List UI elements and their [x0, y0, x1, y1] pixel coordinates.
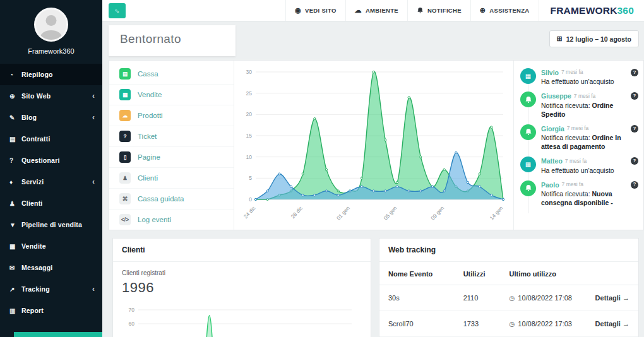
topbar-item-assistenza[interactable]: ⊕ ASSISTENZA	[470, 0, 539, 21]
sidebar-item-messaggi[interactable]: ✉ Messaggi	[0, 257, 102, 278]
event-name: 30s	[379, 285, 455, 311]
feed-item: ▦ Giorgia 7 mesi fa ? Notifica ricevuta:…	[514, 122, 640, 155]
svg-text:0: 0	[249, 196, 252, 203]
sidebar-item-sito-web[interactable]: ⊕ Sito Web ‹	[0, 85, 102, 107]
avatar[interactable]	[34, 8, 68, 42]
bell-icon	[417, 7, 424, 14]
date-range-label: 12 luglio – 10 agosto	[566, 35, 631, 43]
globe-icon: ⊕	[9, 93, 21, 100]
svg-text:70: 70	[129, 307, 135, 313]
sidebar-item-servizi[interactable]: ♦ Servizi ‹	[0, 171, 102, 192]
sidebar-item-clienti[interactable]: ♟ Clienti	[0, 192, 102, 214]
help-icon[interactable]: ?	[631, 125, 638, 133]
table-row: Scroll70 1733 ◷10/08/2022 17:03 Dettagli…	[379, 311, 638, 337]
svg-text:5: 5	[249, 175, 252, 181]
sidebar-item-questionari[interactable]: ? Questionari	[0, 150, 102, 171]
ticket-icon: ?	[119, 131, 131, 142]
feed-message: Notifica ricevuta: Ordine Spedito	[541, 101, 638, 119]
sidebar-item-blog[interactable]: ✎ Blog ‹	[0, 107, 102, 128]
svg-text:15: 15	[246, 133, 253, 139]
quicklink-label: Cassa guidata	[138, 195, 184, 203]
sidebar-item-riepilogo[interactable]: ◔ Riepilogo	[0, 64, 102, 85]
col-ultimo-utilizzo: Ultimo utilizzo	[501, 262, 587, 285]
chevron-icon: ‹	[92, 285, 95, 293]
clock-icon: ◷	[510, 321, 515, 328]
feed-item-body: Giorgia 7 mesi fa ? Notifica ricevuta: O…	[541, 124, 638, 151]
quicklink-label: Vendite	[138, 91, 162, 98]
feed-time: 7 mesi fa	[561, 69, 583, 76]
quicklink-label: Clienti	[138, 174, 158, 182]
calculator-icon: ▦	[9, 243, 21, 250]
quicklink-log-eventi[interactable]: </> Log eventi	[109, 210, 234, 230]
sidebar-item-label: Contratti	[21, 135, 95, 143]
help-icon[interactable]: ?	[631, 181, 638, 189]
feed-user[interactable]: Giorgia	[541, 124, 564, 133]
bell-icon	[525, 184, 532, 192]
col-utilizzi: Utilizzi	[455, 262, 501, 285]
event-uses: 1733	[455, 311, 501, 337]
topbar-item-vedi-sito[interactable]: ◉ VEDI SITO	[285, 0, 345, 21]
sidebar-item-label: Riepilogo	[21, 71, 95, 78]
sidebar-item-vendite[interactable]: ▦ Vendite	[0, 235, 102, 257]
feed-user[interactable]: Paolo	[541, 180, 559, 189]
sidebar-item-pipeline-di-vendita[interactable]: ▼ Pipeline di vendita	[0, 214, 102, 235]
feed-user[interactable]: Giuseppe	[541, 92, 571, 100]
feed-item: ▦ Paolo 7 mesi fa ? Notifica ricevuta: N…	[514, 178, 640, 211]
chevron-icon: ‹	[92, 92, 95, 100]
topbar: ⇔ ◉ VEDI SITO ☁ AMBIENTE NOTIFICHE ⊕ ASS…	[102, 0, 644, 21]
avatar-head	[46, 15, 57, 26]
topbar-item-label: NOTIFICHE	[427, 7, 462, 14]
quicklink-vendite[interactable]: ▦ Vendite	[109, 85, 234, 105]
quicklink-clienti[interactable]: ♟ Clienti	[109, 168, 234, 189]
feed-user[interactable]: Matteo	[541, 157, 563, 165]
feed-user[interactable]: Silvio	[541, 68, 559, 77]
question-icon: ?	[9, 157, 21, 164]
person-icon: ♟	[119, 172, 131, 184]
clock-icon: ◷	[510, 295, 515, 302]
quicklink-prodotti[interactable]: ☁ Prodotti	[109, 105, 234, 126]
feed-message: Notifica ricevuta: Nuova consegna dispon…	[541, 189, 638, 207]
quicklink-label: Cassa	[138, 70, 158, 78]
feed-item: ▦ Matteo 7 mesi fa ? Ha effettuato un'ac…	[514, 154, 640, 177]
eye-icon: ◉	[295, 6, 301, 15]
topbar-item-ambiente[interactable]: ☁ AMBIENTE	[345, 0, 407, 21]
help-icon[interactable]: ?	[631, 92, 638, 100]
feed-activity-icon: ▦	[520, 92, 536, 107]
welcome-box: Bentornato	[109, 25, 236, 56]
help-icon[interactable]: ?	[631, 157, 638, 165]
feed-item: ▦ Silvio 7 mesi fa ? Ha effettuato un'ac…	[514, 66, 640, 89]
quicklink-pagine[interactable]: ▯ Pagine	[109, 147, 234, 168]
brand-logo: FRAMEWORK360	[539, 0, 644, 21]
clienti-card: Clienti Clienti registrati 1996 7060	[112, 238, 371, 337]
page-header: Bentornato ⊞ 12 luglio – 10 agosto	[102, 21, 644, 56]
bell-icon	[525, 128, 532, 136]
sidebar-item-report[interactable]: ▥ Report	[0, 300, 102, 321]
svg-text:10: 10	[246, 154, 253, 160]
dettagli-link[interactable]: Dettagli →	[587, 311, 638, 337]
date-range-button[interactable]: ⊞ 12 luglio – 10 agosto	[549, 30, 640, 47]
expand-arrows-icon: ⇔	[111, 5, 122, 16]
chevron-icon: ‹	[92, 113, 95, 122]
calendar-icon: ⊞	[557, 35, 563, 43]
chart-line-icon: ↗	[9, 286, 21, 293]
envelope-icon: ✉	[9, 264, 21, 271]
svg-text:14 gen: 14 gen	[489, 204, 504, 221]
help-icon[interactable]: ?	[631, 69, 638, 76]
document-icon: ▤	[9, 136, 21, 143]
sidebar-toggle-button[interactable]: ⇔	[109, 3, 126, 18]
topbar-item-label: VEDI SITO	[305, 7, 337, 14]
sidebar-item-partial[interactable]	[14, 332, 102, 337]
feed-item: ▦ Giuseppe 7 mesi fa ? Notifica ricevuta…	[514, 89, 640, 122]
quicklink-cassa-guidata[interactable]: ⌘ Cassa guidata	[109, 189, 234, 210]
quicklink-ticket[interactable]: ? Ticket	[109, 126, 234, 147]
sidebar-item-label: Vendite	[21, 242, 95, 250]
feed-activity-icon: ▦	[520, 180, 536, 196]
clienti-registrati-value: 1996	[122, 280, 362, 296]
cloud-icon: ☁	[355, 6, 362, 15]
sidebar-item-contratti[interactable]: ▤ Contratti	[0, 128, 102, 150]
quicklink-cassa[interactable]: ▤ Cassa	[109, 64, 234, 85]
calculator-icon: ▦	[119, 89, 131, 100]
dettagli-link[interactable]: Dettagli →	[587, 285, 638, 311]
topbar-item-notifiche[interactable]: NOTIFICHE	[407, 0, 470, 21]
sidebar-item-tracking[interactable]: ↗ Tracking ‹	[0, 278, 102, 300]
